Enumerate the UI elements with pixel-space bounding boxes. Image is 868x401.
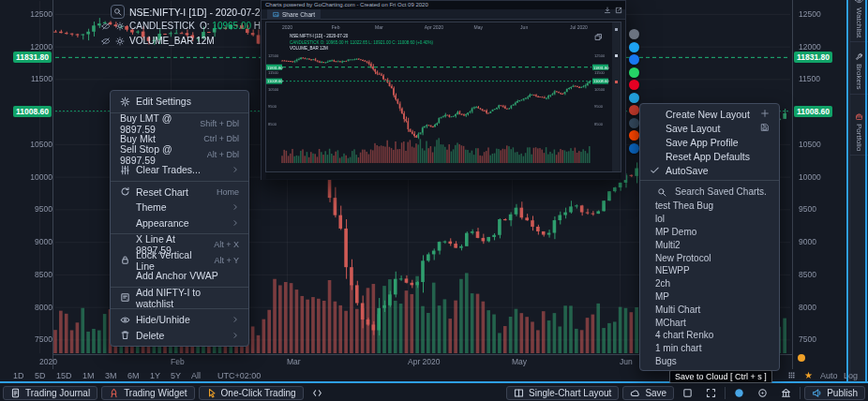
expand-button[interactable] (701, 386, 721, 400)
bank-button[interactable] (776, 386, 796, 400)
camera-button[interactable] (729, 386, 749, 400)
timeframe-1Y[interactable]: 1Y (150, 371, 160, 380)
share-telegram-button[interactable] (629, 93, 639, 103)
popup-tab-bar: Share Chart (262, 9, 625, 20)
share-copy-link-button[interactable] (629, 29, 639, 39)
last-price-label-right: 11008.60 (794, 106, 832, 117)
timeframe-5Y[interactable]: 5Y (171, 371, 181, 380)
check-icon (650, 165, 660, 175)
share-whatsapp-button[interactable] (629, 67, 639, 78)
volume-settings-icon[interactable] (115, 37, 125, 46)
menu-divider (640, 180, 779, 181)
alert-price-label-right: 11831.80 (794, 52, 832, 63)
price-tick: 10000 (799, 172, 821, 182)
trash-icon (120, 330, 130, 340)
menu-item[interactable]: Delete (111, 328, 248, 344)
menu-item[interactable]: Theme (111, 200, 248, 215)
copy-image-icon[interactable] (594, 28, 603, 45)
menu-item[interactable]: Save Layout (640, 121, 779, 135)
favorite-star-icon[interactable]: ★ (804, 370, 813, 380)
notification-dot[interactable] (798, 354, 805, 362)
chev-icon (232, 332, 239, 339)
one-click-trading-button[interactable]: One-Click Trading (199, 386, 304, 400)
price-tick: 11500 (31, 74, 52, 83)
publish-button[interactable]: Publish (804, 386, 865, 400)
save-button[interactable]: Save (622, 386, 674, 400)
time-tick: Jun (620, 357, 633, 366)
saved-chart-item[interactable]: MP (640, 290, 779, 304)
menu-item[interactable]: Clear Trades... (111, 162, 248, 178)
share-tumblr-button[interactable] (629, 118, 639, 128)
menu-item[interactable]: Add Anchor VWAP (111, 268, 248, 284)
share-chart-tab[interactable]: Share Chart (267, 9, 321, 20)
timeframe-1D[interactable]: 1D (13, 371, 24, 380)
menu-item[interactable]: Hide/Unhide (111, 312, 248, 328)
menu-item[interactable]: Reset ChartHome (111, 185, 248, 200)
share-pinterest-button[interactable] (629, 80, 639, 90)
saved-chart-item[interactable]: test Thea Bug (640, 200, 779, 213)
series-settings-icon[interactable] (115, 22, 125, 31)
timeframe-6M[interactable]: 6M (127, 371, 140, 380)
timeframe-3M[interactable]: 3M (105, 371, 117, 380)
copy-icon (594, 33, 603, 41)
menu-divider (111, 181, 248, 182)
time-tick: Mar (287, 357, 301, 366)
symbol-search-icon[interactable] (111, 5, 125, 19)
share-twitter-button[interactable] (629, 42, 639, 52)
timezone-label[interactable]: UTC+02:00 (217, 371, 261, 380)
saved-chart-item[interactable]: lol (640, 213, 779, 226)
saved-chart-item[interactable]: MChart (640, 316, 779, 329)
saved-chart-item[interactable]: MP Demo (640, 226, 779, 239)
price-tick: 9500 (799, 204, 816, 214)
menu-item[interactable]: Edit Settings (111, 94, 248, 110)
share-linkedin-button[interactable] (629, 143, 639, 154)
timeframe-All[interactable]: All (191, 371, 201, 380)
saved-chart-item[interactable]: Multi Chart (640, 303, 779, 316)
timeframe-5D[interactable]: 5D (35, 371, 46, 380)
saved-charts-search[interactable]: Search Saved Charts. (640, 184, 779, 200)
square-button[interactable] (678, 386, 697, 400)
trading-journal-button[interactable]: Trading Journal (3, 386, 97, 400)
share-reddit-button[interactable] (629, 130, 639, 141)
menu-item[interactable]: Buy LMT @ 9897.59Shift + Dbl (111, 116, 248, 132)
floppy-icon (760, 123, 770, 132)
plus-icon (760, 109, 770, 118)
download-icon[interactable] (604, 1, 611, 18)
menu-item[interactable]: Lock Vertical LineAlt + Y (111, 253, 248, 269)
target-button[interactable] (753, 386, 772, 400)
price-tick: 12000 (799, 42, 821, 52)
saved-chart-item[interactable]: New Protocol (640, 251, 779, 264)
eyeoff-icon (101, 22, 111, 31)
auto-scale-button[interactable]: Auto (820, 371, 838, 380)
price-tick: 11500 (799, 74, 820, 83)
hide-series-icon[interactable] (101, 22, 111, 31)
menu-item[interactable]: Sell Stop @ 9897.59Alt + Dbl (111, 147, 248, 163)
chev-icon (232, 203, 239, 211)
hide-volume-icon[interactable] (101, 37, 111, 46)
menu-item[interactable]: AutoSave (640, 163, 779, 177)
saved-chart-item[interactable]: 2ch (640, 277, 779, 290)
saved-chart-item[interactable]: Bugs (640, 355, 779, 368)
share-youtube-button[interactable] (629, 105, 639, 115)
menu-item[interactable]: Create New Layout (640, 107, 779, 121)
saved-chart-item[interactable]: Multi2 (640, 238, 779, 251)
saved-chart-item[interactable]: NEWPP (640, 264, 779, 277)
menu-item[interactable]: Appearance (111, 215, 248, 231)
time-tick: Feb (171, 357, 185, 366)
saved-chart-item[interactable]: 1 min chart (640, 342, 779, 355)
menu-item[interactable]: Save App Profile (640, 135, 779, 149)
menu-item[interactable]: Add NIFTY-I to watchlist (111, 290, 248, 306)
code-button[interactable] (307, 386, 327, 400)
trading-widget-button[interactable]: Trading Widget (101, 386, 194, 400)
wrench-icon (855, 52, 863, 61)
timeframe-1M[interactable]: 1M (82, 371, 95, 380)
price-tick: 10500 (30, 140, 52, 149)
share-facebook-button[interactable] (629, 54, 639, 65)
price-tick: 8500 (35, 270, 52, 279)
timeframe-15D[interactable]: 15D (56, 371, 72, 380)
single-chart-layout-button[interactable]: Single-Chart Layout (506, 386, 619, 400)
saved-chart-item[interactable]: 4 chart Renko (640, 329, 779, 342)
open-external-icon[interactable] (615, 1, 622, 18)
menu-item[interactable]: Reset App Defaults (640, 149, 779, 163)
grid-settings-icon[interactable] (787, 371, 796, 379)
